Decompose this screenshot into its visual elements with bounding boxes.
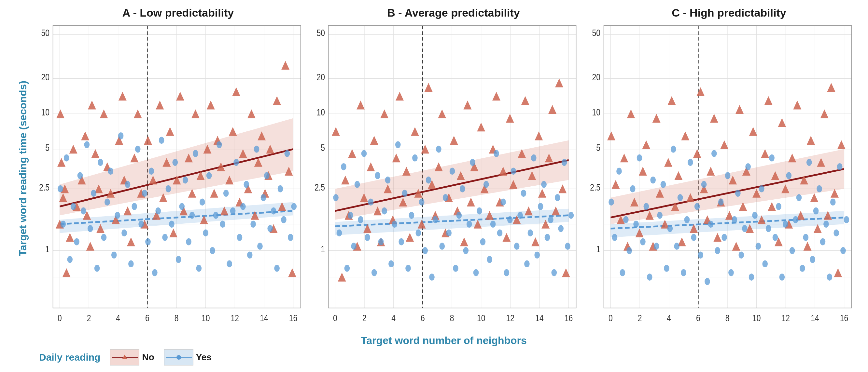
- svg-point-278: [368, 199, 374, 206]
- svg-text:0: 0: [609, 312, 613, 324]
- svg-point-478: [732, 216, 738, 224]
- svg-point-127: [169, 221, 175, 228]
- svg-point-457: [661, 181, 666, 188]
- svg-point-274: [354, 181, 360, 188]
- svg-point-143: [223, 190, 229, 197]
- svg-point-442: [609, 199, 614, 206]
- svg-point-452: [644, 203, 649, 210]
- svg-point-454: [650, 176, 656, 184]
- svg-point-458: [664, 265, 670, 272]
- svg-point-292: [415, 230, 421, 237]
- svg-point-113: [121, 230, 127, 237]
- svg-point-291: [412, 155, 418, 162]
- svg-point-481: [742, 225, 747, 232]
- svg-point-279: [371, 269, 377, 276]
- svg-text:4: 4: [391, 312, 396, 324]
- svg-point-462: [678, 194, 683, 201]
- svg-point-272: [348, 212, 353, 219]
- svg-point-124: [159, 137, 164, 144]
- svg-point-282: [381, 207, 387, 215]
- svg-point-508: [834, 230, 839, 237]
- svg-point-283: [385, 176, 391, 184]
- svg-point-139: [210, 247, 215, 254]
- svg-text:8: 8: [175, 312, 179, 324]
- svg-point-496: [793, 216, 798, 224]
- svg-point-495: [789, 247, 795, 254]
- svg-text:6: 6: [696, 312, 700, 324]
- svg-point-140: [213, 212, 219, 219]
- svg-point-453: [647, 273, 652, 281]
- svg-point-448: [630, 185, 636, 193]
- svg-point-501: [810, 256, 815, 263]
- svg-point-114: [125, 181, 130, 188]
- legend-box-no: [110, 349, 140, 366]
- svg-point-101: [81, 207, 86, 215]
- svg-point-304: [457, 212, 462, 219]
- legend-label-no: No: [142, 352, 154, 363]
- svg-point-459: [667, 225, 673, 232]
- svg-point-148: [240, 203, 246, 210]
- svg-point-492: [779, 273, 785, 281]
- svg-point-115: [128, 261, 134, 268]
- svg-text:1: 1: [596, 243, 600, 255]
- svg-text:5: 5: [45, 142, 50, 153]
- svg-point-306: [463, 247, 468, 254]
- svg-point-134: [193, 150, 198, 157]
- svg-point-472: [711, 150, 717, 157]
- svg-point-491: [776, 203, 781, 210]
- svg-point-332: [551, 269, 557, 276]
- svg-point-445: [620, 269, 625, 276]
- svg-point-94: [58, 185, 63, 193]
- svg-point-108: [104, 199, 110, 206]
- svg-point-268: [333, 194, 339, 201]
- svg-point-95: [60, 221, 66, 228]
- svg-text:6: 6: [421, 312, 425, 324]
- svg-point-316: [497, 230, 503, 237]
- svg-point-100: [78, 172, 83, 179]
- svg-point-161: [284, 150, 290, 157]
- svg-point-286: [395, 141, 401, 148]
- svg-point-463: [681, 269, 686, 276]
- svg-point-504: [820, 238, 826, 245]
- panel-b-title: B - Average predictability: [308, 6, 580, 19]
- svg-point-122: [152, 269, 158, 276]
- svg-text:20: 20: [592, 71, 601, 82]
- svg-point-137: [203, 230, 208, 237]
- svg-point-473: [715, 247, 720, 254]
- panel-b-svg: 50 20 10 5 2.5 1 0 2 4 6 8 10 12: [308, 21, 580, 330]
- svg-text:16: 16: [564, 312, 573, 324]
- svg-point-107: [101, 234, 107, 241]
- svg-text:4: 4: [116, 312, 120, 324]
- svg-text:20: 20: [41, 71, 50, 82]
- svg-point-297: [433, 216, 438, 224]
- svg-point-162: [288, 234, 293, 241]
- panel-b-wrapper: B - Average predictability: [308, 6, 580, 330]
- svg-point-469: [701, 181, 707, 188]
- svg-point-335: [562, 159, 567, 166]
- svg-point-336: [565, 243, 570, 250]
- svg-point-296: [429, 273, 435, 281]
- svg-point-290: [409, 212, 414, 219]
- svg-text:12: 12: [506, 312, 515, 324]
- svg-point-104: [91, 190, 96, 197]
- svg-point-112: [118, 132, 124, 139]
- svg-point-465: [688, 159, 693, 166]
- svg-point-147: [237, 234, 243, 241]
- svg-point-106: [98, 159, 103, 166]
- svg-point-303: [453, 265, 458, 272]
- svg-point-288: [402, 190, 408, 197]
- svg-text:1: 1: [45, 243, 50, 255]
- svg-point-150: [247, 251, 253, 259]
- y-axis-label-container: Target word reading time (seconds): [13, 6, 33, 330]
- svg-point-121: [149, 168, 154, 175]
- svg-point-486: [759, 185, 765, 193]
- svg-point-510: [840, 247, 846, 254]
- svg-point-506: [827, 273, 832, 281]
- svg-point-158: [274, 265, 280, 272]
- svg-point-502: [813, 207, 819, 215]
- svg-point-485: [756, 243, 761, 250]
- legend-circle-icon: [177, 355, 181, 360]
- svg-point-144: [227, 261, 232, 268]
- svg-point-484: [752, 212, 757, 219]
- svg-point-300: [443, 194, 448, 201]
